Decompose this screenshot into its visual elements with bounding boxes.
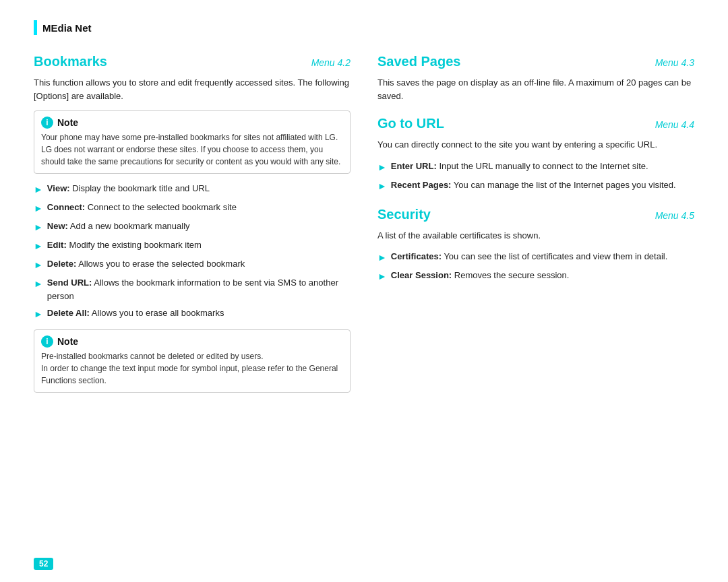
bookmarks-description: This function allows you to store and ed… xyxy=(34,76,351,102)
security-title: Security xyxy=(377,207,431,222)
bullet-text: View: Display the bookmark title and URL xyxy=(47,182,210,195)
bullet-arrow-icon: ► xyxy=(34,183,43,197)
bullet-arrow-icon: ► xyxy=(377,251,387,265)
content-columns: Bookmarks Menu 4.2 This function allows … xyxy=(34,54,694,406)
bullet-text: Delete All: Allows you to erase all book… xyxy=(47,306,224,320)
go-to-url-menu: Menu 4.4 xyxy=(655,119,694,130)
left-column: Bookmarks Menu 4.2 This function allows … xyxy=(34,54,351,406)
saved-pages-header: Saved Pages Menu 4.3 xyxy=(377,54,694,69)
saved-pages-menu: Menu 4.3 xyxy=(655,57,694,68)
bullet-arrow-icon: ► xyxy=(377,269,387,284)
security-menu: Menu 4.5 xyxy=(655,210,694,221)
list-item: ► Enter URL: Input the URL manually to c… xyxy=(377,160,694,174)
note-title-2: i Note xyxy=(41,335,343,348)
saved-pages-section: Saved Pages Menu 4.3 This saves the page… xyxy=(377,54,694,102)
security-bullet-list: ► Certificates: You can see the list of … xyxy=(377,250,694,284)
bookmarks-menu: Menu 4.2 xyxy=(311,57,351,68)
go-to-url-header: Go to URL Menu 4.4 xyxy=(377,116,694,131)
page-number: 52 xyxy=(34,558,53,570)
list-item: ► New: Add a new bookmark manually xyxy=(34,220,351,234)
note-text-1: Your phone may have some pre-installed b… xyxy=(41,131,343,168)
note-text-2a: Pre-installed bookmarks cannot be delete… xyxy=(41,350,343,362)
security-description: A list of the available certificates is … xyxy=(377,229,694,243)
list-item: ► Clear Session: Removes the secure sess… xyxy=(377,269,694,284)
bullet-text: New: Add a new bookmark manually xyxy=(47,220,190,233)
note-box-2: i Note Pre-installed bookmarks cannot be… xyxy=(34,329,351,393)
bullet-text: Edit: Modify the existing bookmark item xyxy=(47,238,202,252)
bullet-arrow-icon: ► xyxy=(34,307,43,321)
go-to-url-bullet-list: ► Enter URL: Input the URL manually to c… xyxy=(377,160,694,193)
list-item: ► Delete All: Allows you to erase all bo… xyxy=(34,306,351,321)
bullet-text: Connect: Connect to the selected bookmar… xyxy=(47,201,237,214)
list-item: ► Certificates: You can see the list of … xyxy=(377,250,694,265)
bullet-text: Send URL: Allows the bookmark informatio… xyxy=(47,276,351,302)
note-icon-1: i xyxy=(41,117,53,129)
page: MEdia Net Bookmarks Menu 4.2 This functi… xyxy=(0,0,728,582)
header: MEdia Net xyxy=(34,20,694,35)
bullet-arrow-icon: ► xyxy=(34,258,43,272)
list-item: ► Connect: Connect to the selected bookm… xyxy=(34,201,351,216)
bullet-arrow-icon: ► xyxy=(34,201,43,216)
saved-pages-title: Saved Pages xyxy=(377,54,460,69)
go-to-url-section: Go to URL Menu 4.4 You can directly conn… xyxy=(377,116,694,193)
bullet-arrow-icon: ► xyxy=(34,277,43,291)
bullet-text: Certificates: You can see the list of ce… xyxy=(391,250,667,263)
bookmarks-header: Bookmarks Menu 4.2 xyxy=(34,54,351,69)
bullet-arrow-icon: ► xyxy=(34,239,43,253)
note-title-1: i Note xyxy=(41,117,343,129)
bookmarks-section: Bookmarks Menu 4.2 This function allows … xyxy=(34,54,351,393)
bookmarks-bullet-list: ► View: Display the bookmark title and U… xyxy=(34,182,351,321)
list-item: ► Send URL: Allows the bookmark informat… xyxy=(34,276,351,302)
bullet-text: Clear Session: Removes the secure sessio… xyxy=(391,269,569,282)
header-accent-bar xyxy=(34,20,37,35)
security-header: Security Menu 4.5 xyxy=(377,207,694,222)
saved-pages-description: This saves the page on display as an off… xyxy=(377,76,694,102)
bullet-text: Recent Pages: You can manage the list of… xyxy=(391,179,676,192)
note-box-1: i Note Your phone may have some pre-inst… xyxy=(34,110,351,174)
list-item: ► Recent Pages: You can manage the list … xyxy=(377,179,694,193)
bullet-arrow-icon: ► xyxy=(377,160,387,174)
right-column: Saved Pages Menu 4.3 This saves the page… xyxy=(377,54,694,406)
page-title: MEdia Net xyxy=(42,22,92,34)
note-icon-2: i xyxy=(41,335,53,348)
bullet-text: Delete: Allows you to erase the selected… xyxy=(47,257,245,271)
footer: 52 xyxy=(34,558,53,569)
go-to-url-description: You can directly connect to the site you… xyxy=(377,138,694,152)
list-item: ► Delete: Allows you to erase the select… xyxy=(34,257,351,272)
go-to-url-title: Go to URL xyxy=(377,116,444,131)
bullet-text: Enter URL: Input the URL manually to con… xyxy=(391,160,648,173)
bullet-arrow-icon: ► xyxy=(34,220,43,234)
bookmarks-title: Bookmarks xyxy=(34,54,107,69)
list-item: ► View: Display the bookmark title and U… xyxy=(34,182,351,197)
list-item: ► Edit: Modify the existing bookmark ite… xyxy=(34,238,351,253)
bullet-arrow-icon: ► xyxy=(377,179,387,193)
security-section: Security Menu 4.5 A list of the availabl… xyxy=(377,207,694,284)
note-text-2b: In order to change the text input mode f… xyxy=(41,362,343,387)
